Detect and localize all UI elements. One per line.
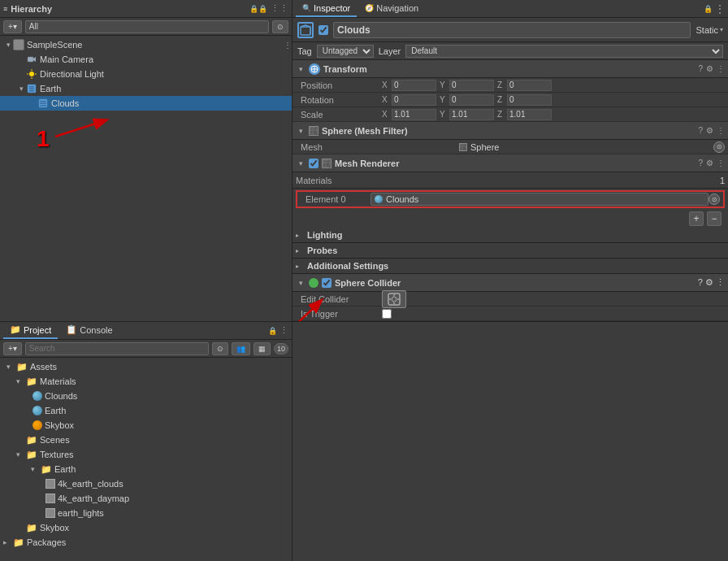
svg-rect-25 — [461, 144, 466, 149]
earth-material-item[interactable]: Earth — [0, 403, 292, 418]
collider-dots-icon[interactable]: ⋮ — [716, 277, 725, 287]
tab-console[interactable]: 📋 Console — [59, 323, 119, 339]
hierarchy-item-clouds[interactable]: Clouds — [0, 96, 292, 111]
earth-texture-folder[interactable]: ▾ 📁 Earth — [0, 462, 292, 476]
svg-rect-15 — [301, 27, 310, 35]
mesh-renderer-settings-icon[interactable]: ⚙ — [706, 159, 713, 167]
edit-collider-button[interactable] — [382, 290, 406, 308]
static-button[interactable]: Static ▾ — [696, 25, 723, 35]
mesh-renderer-section-header[interactable]: ▾ Mesh Renderer ? ⚙ ⋮ — [292, 154, 728, 172]
scale-z-input[interactable] — [507, 109, 552, 120]
assets-folder[interactable]: ▾ 📁 Assets — [0, 359, 292, 374]
transform-controls: ? ⚙ ⋮ — [698, 64, 725, 73]
position-y-input[interactable] — [449, 80, 494, 91]
position-x-input[interactable] — [392, 80, 436, 91]
project-dots-icon[interactable]: ⋮ — [280, 325, 288, 336]
clounds-material-item[interactable]: Clounds — [0, 389, 292, 403]
mesh-filter-section-header[interactable]: ▾ Sphere (Mesh Filter) ? ⚙ ⋮ — [292, 122, 728, 140]
4k-clouds-item[interactable]: 4k_earth_clouds — [0, 476, 292, 491]
hierarchy-item-earth[interactable]: ▾ Earth — [0, 81, 292, 96]
project-hide-button[interactable]: ▦ — [254, 342, 271, 355]
project-search-input[interactable] — [25, 342, 209, 355]
tag-layer-row: Tag Untagged Layer Default — [292, 42, 728, 60]
mesh-value-inner: Sphere ⊙ — [382, 141, 725, 153]
project-content: ▾ 📁 Assets ▾ 📁 Materials Clounds Earth — [0, 358, 292, 561]
clounds-material-icon — [32, 391, 42, 401]
add-material-button[interactable]: + — [689, 211, 704, 226]
hierarchy-item-directional-light[interactable]: Directional Light — [0, 67, 292, 81]
project-add-button[interactable]: +▾ — [3, 342, 22, 355]
earth-lights-item[interactable]: earth_lights — [0, 506, 292, 520]
mesh-renderer-question-icon[interactable]: ? — [698, 159, 703, 167]
rotation-z-input[interactable] — [507, 94, 552, 106]
transform-question-icon[interactable]: ? — [698, 64, 703, 73]
mesh-filter-question-icon[interactable]: ? — [698, 126, 703, 135]
hierarchy-dots-icon[interactable]: ⋮ — [271, 3, 288, 14]
go-active-checkbox[interactable] — [318, 25, 328, 35]
position-x-label: X — [382, 80, 390, 89]
collider-enabled-checkbox[interactable] — [322, 278, 332, 288]
element-0-target-btn[interactable]: ⊙ — [708, 194, 720, 205]
rotation-x-input[interactable] — [392, 94, 436, 106]
mesh-filter-settings-icon[interactable]: ⚙ — [706, 126, 713, 135]
hierarchy-search-input[interactable] — [25, 20, 269, 33]
hierarchy-add-button[interactable]: +▾ — [3, 20, 22, 33]
earth-label: Earth — [40, 84, 61, 94]
is-trigger-checkbox[interactable] — [382, 309, 392, 319]
go-name-input[interactable] — [333, 22, 691, 38]
clounds-label: Clounds — [45, 391, 77, 401]
collider-question-icon[interactable]: ? — [698, 277, 703, 287]
additional-settings-header[interactable]: ▸ Additional Settings — [292, 259, 728, 273]
svg-rect-28 — [323, 160, 330, 167]
lighting-header[interactable]: ▸ Lighting — [292, 228, 728, 242]
transform-dots-icon[interactable]: ⋮ — [717, 64, 725, 73]
project-layout-button[interactable]: 👥 — [232, 342, 250, 355]
skybox-folder[interactable]: 📁 Skybox — [0, 520, 292, 535]
tab-inspector[interactable]: 🔍 Inspector — [296, 1, 357, 17]
rotation-y-input[interactable] — [449, 94, 494, 106]
materials-folder[interactable]: ▾ 📁 Materials — [0, 374, 292, 389]
probes-header[interactable]: ▸ Probes — [292, 243, 728, 258]
static-dropdown-arrow: ▾ — [720, 26, 723, 33]
scenes-label: Scenes — [40, 435, 70, 445]
hierarchy-focus-button[interactable]: ⊙ — [272, 20, 288, 33]
materials-folder-icon: 📁 — [26, 376, 37, 387]
hierarchy-scene-item[interactable]: ▾ SampleScene ⋮ — [0, 37, 292, 52]
project-focus-button[interactable]: ⊙ — [212, 342, 228, 355]
hierarchy-item-main-camera[interactable]: Main Camera — [0, 52, 292, 67]
remove-material-button[interactable]: − — [707, 211, 722, 226]
scenes-folder[interactable]: 📁 Scenes — [0, 433, 292, 447]
inspector-lock-icon[interactable]: 🔒 — [704, 5, 713, 13]
mesh-label: Mesh — [301, 142, 382, 152]
packages-folder[interactable]: ▸ 📁 Packages — [0, 535, 292, 550]
position-z-field: Z — [497, 80, 552, 91]
mesh-filter-dots-icon[interactable]: ⋮ — [717, 126, 725, 135]
hierarchy-panel: ≡ Hierarchy 🔒 ⋮ +▾ ⊙ ▾ SampleScene ⋮ — [0, 0, 292, 321]
position-z-input[interactable] — [507, 80, 552, 91]
transform-settings-icon[interactable]: ⚙ — [706, 64, 713, 73]
tab-project[interactable]: 📁 Project — [3, 323, 58, 339]
tab-navigation[interactable]: 🧭 Navigation — [358, 1, 425, 17]
scale-y-input[interactable] — [449, 109, 494, 120]
inspector-dots-icon[interactable]: ⋮ — [715, 3, 725, 15]
skybox-material-item[interactable]: Skybox — [0, 418, 292, 433]
mesh-renderer-checkbox[interactable] — [309, 159, 318, 168]
layer-select[interactable]: Default — [405, 45, 723, 58]
position-x-field: X — [382, 80, 436, 91]
hierarchy-lock-icon[interactable]: 🔒 — [249, 5, 267, 13]
collider-settings-icon[interactable]: ⚙ — [705, 277, 713, 287]
project-lock-icon[interactable]: 🔒 — [268, 327, 277, 335]
tag-select[interactable]: Untagged — [317, 45, 374, 58]
mesh-target-icon[interactable]: ⊙ — [713, 141, 725, 153]
additional-arrow: ▸ — [296, 263, 304, 270]
svg-rect-0 — [28, 57, 33, 62]
mesh-renderer-dots-icon[interactable]: ⋮ — [717, 159, 725, 167]
transform-section-header[interactable]: ▾ Transform ? ⚙ ⋮ — [292, 60, 728, 78]
textures-folder[interactable]: ▾ 📁 Textures — [0, 447, 292, 462]
4k-daymap-item[interactable]: 4k_earth_daymap — [0, 491, 292, 506]
sphere-collider-header: ▾ Sphere Collider ? ⚙ ⋮ — [292, 274, 728, 292]
scale-x-input[interactable] — [392, 109, 436, 120]
mesh-renderer-collapse-arrow: ▾ — [296, 159, 306, 168]
svg-rect-10 — [29, 90, 34, 92]
scene-dots-icon[interactable]: ⋮ — [284, 41, 292, 50]
